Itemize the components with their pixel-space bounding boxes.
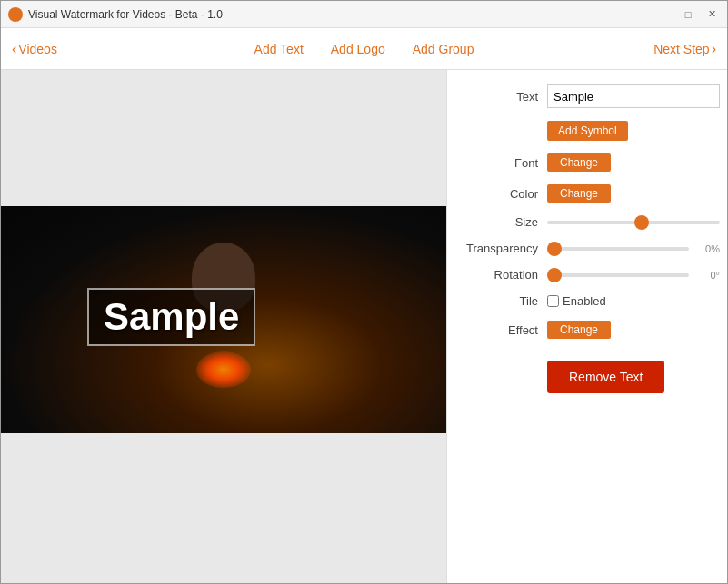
font-change-button[interactable]: Change bbox=[547, 153, 611, 172]
add-symbol-button[interactable]: Add Symbol bbox=[547, 121, 628, 141]
transparency-value: 0% bbox=[547, 243, 720, 254]
add-logo-button[interactable]: Add Logo bbox=[331, 42, 385, 56]
tile-label: Tile bbox=[465, 294, 547, 308]
remove-text-button[interactable]: Remove Text bbox=[547, 361, 664, 393]
remove-value: Remove Text bbox=[547, 351, 720, 393]
size-slider[interactable] bbox=[547, 221, 720, 224]
add-group-button[interactable]: Add Group bbox=[413, 42, 474, 56]
back-arrow-icon: ‹ bbox=[12, 41, 16, 57]
size-value bbox=[547, 221, 720, 224]
tile-row: Tile Enabled bbox=[465, 294, 720, 308]
next-arrow-icon: › bbox=[712, 41, 716, 57]
rotation-label: Rotation bbox=[465, 268, 547, 282]
font-row: Font Change bbox=[465, 153, 720, 172]
effect-value: Change bbox=[547, 321, 720, 339]
add-symbol-row: Add Symbol bbox=[465, 121, 720, 141]
text-input[interactable] bbox=[547, 84, 720, 108]
watermark-text: Sample bbox=[104, 295, 239, 338]
video-preview: Sample bbox=[1, 206, 446, 433]
transparency-percent: 0% bbox=[693, 243, 720, 254]
transparency-label: Transparency bbox=[465, 242, 547, 255]
window-controls: ─ □ ✕ bbox=[656, 6, 720, 23]
rotation-value: 0° bbox=[547, 270, 720, 281]
back-button[interactable]: ‹ Videos bbox=[12, 41, 57, 57]
effect-row: Effect Change bbox=[465, 321, 720, 339]
next-step-button[interactable]: Next Step › bbox=[653, 41, 716, 57]
color-label: Color bbox=[465, 187, 547, 201]
color-change-button[interactable]: Change bbox=[547, 184, 611, 203]
rotation-slider[interactable] bbox=[547, 273, 689, 277]
next-step-label: Next Step bbox=[653, 42, 709, 56]
rotation-row: Rotation 0° bbox=[465, 268, 720, 282]
video-background: Sample bbox=[1, 206, 446, 433]
effect-label: Effect bbox=[465, 323, 547, 337]
main-content: Sample Text Add Symbol Font Change bbox=[1, 70, 727, 584]
left-panel: Sample bbox=[1, 70, 446, 584]
size-label: Size bbox=[465, 215, 547, 229]
effect-change-button[interactable]: Change bbox=[547, 321, 611, 339]
remove-text-row: Remove Text bbox=[465, 351, 720, 393]
close-button[interactable]: ✕ bbox=[703, 6, 720, 23]
right-panel: Text Add Symbol Font Change Color Change bbox=[446, 70, 728, 584]
maximize-button[interactable]: □ bbox=[680, 6, 696, 23]
color-row: Color Change bbox=[465, 184, 720, 203]
font-label: Font bbox=[465, 156, 547, 170]
color-value: Change bbox=[547, 184, 720, 203]
titlebar: Visual Watermark for Videos - Beta - 1.0… bbox=[1, 1, 727, 28]
tile-checkbox[interactable] bbox=[547, 295, 559, 307]
rotation-degree: 0° bbox=[693, 270, 720, 281]
size-row: Size bbox=[465, 215, 720, 229]
minimize-button[interactable]: ─ bbox=[656, 6, 673, 23]
back-label: Videos bbox=[18, 42, 57, 56]
char-glow bbox=[196, 351, 251, 388]
toolbar: ‹ Videos Add Text Add Logo Add Group Nex… bbox=[1, 28, 727, 70]
toolbar-actions: Add Text Add Logo Add Group bbox=[254, 42, 474, 56]
tile-enabled-text: Enabled bbox=[563, 294, 606, 308]
tile-value: Enabled bbox=[547, 294, 720, 308]
text-value bbox=[547, 84, 720, 108]
app-icon bbox=[8, 7, 23, 22]
app-title: Visual Watermark for Videos - Beta - 1.0 bbox=[28, 8, 656, 21]
transparency-slider[interactable] bbox=[547, 247, 689, 251]
watermark-overlay[interactable]: Sample bbox=[87, 288, 255, 346]
font-value: Change bbox=[547, 153, 720, 172]
text-label: Text bbox=[465, 90, 547, 104]
add-text-button[interactable]: Add Text bbox=[254, 42, 304, 56]
tile-enabled-label[interactable]: Enabled bbox=[547, 294, 720, 308]
transparency-row: Transparency 0% bbox=[465, 242, 720, 255]
text-row: Text bbox=[465, 84, 720, 108]
add-symbol-value: Add Symbol bbox=[547, 121, 720, 141]
